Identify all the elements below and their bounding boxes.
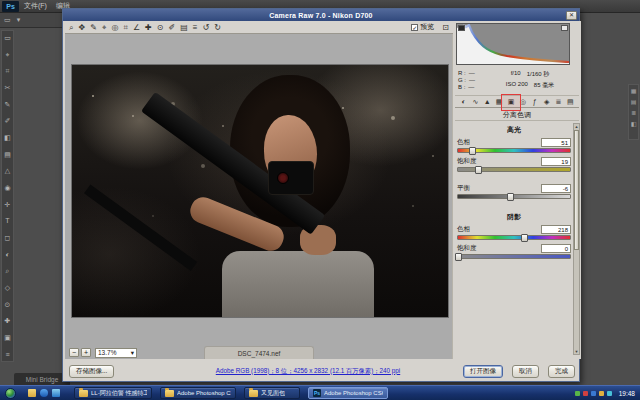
done-button[interactable]: 完成 [548, 365, 575, 378]
cancel-button[interactable]: 取消 [512, 365, 539, 378]
zoom-tool-icon[interactable]: ⌕ [69, 23, 73, 32]
taskbar-button-folder-3[interactable]: 又见面包 [244, 387, 300, 399]
rotate-right-icon[interactable]: ↻ [214, 23, 221, 32]
toolbox-blur-icon[interactable]: ✛ [5, 201, 11, 208]
dialog-titlebar[interactable]: Camera Raw 7.0 - Nikon D700 ✕ [63, 9, 579, 21]
toolbox-lasso-icon[interactable]: ⌗ [6, 67, 10, 74]
shadow-clipping-warning-icon[interactable] [458, 25, 465, 31]
close-icon[interactable]: ✕ [566, 11, 577, 20]
scrollbar-thumb[interactable] [574, 130, 579, 250]
shadows-hue-track[interactable] [457, 235, 571, 240]
tray-icon-red[interactable] [583, 391, 588, 396]
preview-checkbox[interactable]: ✓ 预览 [411, 22, 434, 32]
balance-field[interactable]: -6 [541, 184, 571, 193]
quick-launch-icon-3[interactable] [52, 389, 60, 397]
highlights-saturation-thumb[interactable] [475, 166, 482, 174]
taskbar-clock[interactable]: 19:48 [619, 390, 635, 397]
straighten-tool-icon[interactable]: ∠ [133, 23, 140, 32]
tool-preset-dropdown-icon[interactable]: ▾ [17, 16, 21, 24]
toolbox-clone-icon[interactable]: ◧ [4, 134, 11, 141]
toolbox-heal-icon[interactable]: ✚ [5, 317, 11, 324]
white-balance-tool-icon[interactable]: ✎ [90, 23, 97, 32]
menu-file[interactable]: 文件(F) [24, 1, 47, 11]
toolbox-color-icon[interactable]: ≡ [5, 351, 9, 358]
toolbox-gradient-icon[interactable]: ◉ [4, 184, 10, 191]
toolbox-history-icon[interactable]: ▤ [4, 151, 11, 158]
hand-tool-icon[interactable]: ✥ [78, 23, 85, 32]
scroll-down-icon[interactable]: ▼ [574, 349, 579, 354]
quick-launch-icon-2[interactable] [40, 389, 48, 397]
highlights-hue-field[interactable]: 51 [541, 138, 571, 147]
highlight-clipping-warning-icon[interactable] [561, 25, 568, 31]
tab-effects-icon[interactable]: ƒ [529, 98, 540, 105]
color-sampler-tool-icon[interactable]: ⌖ [102, 23, 107, 32]
shadows-saturation-label: 饱和度 [457, 244, 477, 253]
fullscreen-toggle-icon[interactable]: ⊡ [442, 23, 449, 32]
tray-icon-blue[interactable] [591, 391, 596, 396]
toolbox-shape-icon[interactable]: ◻ [5, 234, 11, 241]
workflow-options-link[interactable]: Adobe RGB (1998)；8 位；4256 x 2832 (12.1 百… [143, 367, 473, 376]
rotate-left-icon[interactable]: ↺ [202, 23, 209, 32]
photo-preview[interactable] [71, 64, 449, 318]
tab-snapshots-icon[interactable]: ▤ [565, 98, 576, 106]
zoom-in-button[interactable]: + [81, 348, 91, 357]
scroll-up-icon[interactable]: ▲ [574, 124, 579, 129]
tab-basic-icon[interactable]: ◐ [458, 98, 469, 105]
shadows-hue-field[interactable]: 218 [541, 225, 571, 234]
graduated-filter-tool-icon[interactable]: ▤ [180, 23, 188, 32]
balance-thumb[interactable] [507, 193, 514, 201]
chevron-down-icon: ▾ [131, 349, 134, 357]
dock-panel-icon-2[interactable]: ▤ [631, 99, 637, 106]
quick-launch-icon-1[interactable] [28, 389, 36, 397]
toolbox-eyedropper-icon[interactable]: ✎ [5, 101, 11, 108]
shadows-saturation-track[interactable] [457, 254, 571, 259]
taskbar-button-photoshop-active[interactable]: Ps Adobe Photoshop CS6 [308, 387, 388, 399]
adjustment-brush-tool-icon[interactable]: ✐ [168, 23, 175, 32]
tab-camera-calibration-icon[interactable]: ◈ [541, 98, 552, 106]
taskbar-button-folder-1[interactable]: LL-阿拉伯警 性感特工 [74, 387, 152, 399]
toolbox-dodge-icon[interactable]: ◐ [5, 251, 9, 258]
shadows-saturation-field[interactable]: 0 [541, 244, 571, 253]
panel-scrollbar[interactable]: ▲ ▼ [573, 123, 580, 355]
shadows-hue-thumb[interactable] [521, 234, 528, 242]
tray-icon-yellow[interactable] [599, 391, 604, 396]
tab-tone-curve-icon[interactable]: ∿ [470, 98, 481, 106]
crop-tool-icon[interactable]: ⌗ [123, 23, 128, 32]
toolbox-zoom-icon[interactable]: ⌕ [6, 267, 10, 274]
highlights-saturation-field[interactable]: 19 [541, 157, 571, 166]
preferences-icon[interactable]: ≡ [193, 23, 198, 32]
dock-panel-icon-4[interactable]: ◧ [631, 121, 637, 128]
toolbox-brush-icon[interactable]: ✐ [5, 117, 11, 124]
highlights-saturation-track[interactable] [457, 167, 571, 172]
tab-presets-icon[interactable]: ≣ [553, 98, 564, 106]
shadows-saturation-thumb[interactable] [455, 253, 462, 261]
balance-track[interactable] [457, 194, 571, 199]
marquee-tool-icon[interactable]: ▭ [4, 16, 11, 24]
shadows-heading: 阴影 [457, 212, 571, 222]
toolbox-type-icon[interactable]: T [5, 217, 9, 224]
tray-icon-cyan[interactable] [607, 391, 612, 396]
spot-removal-tool-icon[interactable]: ✚ [145, 23, 152, 32]
checkbox-check-icon[interactable]: ✓ [411, 24, 418, 31]
targeted-adjustment-tool-icon[interactable]: ◎ [111, 23, 118, 32]
toolbox-crop-icon[interactable]: ✂ [5, 84, 11, 91]
photo-scope-lens [277, 172, 289, 184]
toolbox-path-icon[interactable]: ▣ [4, 334, 11, 341]
zoom-level-select[interactable]: 13.7% ▾ [95, 348, 137, 358]
start-button[interactable] [5, 388, 16, 399]
toolbox-eraser-icon[interactable]: △ [5, 167, 10, 174]
highlights-hue-track[interactable] [457, 148, 571, 153]
toolbox-marquee-icon[interactable]: ▭ [4, 34, 11, 41]
taskbar-button-folder-2[interactable]: Adobe Photoshop CS6 [160, 387, 236, 399]
tab-detail-icon[interactable]: ▲ [482, 98, 493, 105]
toolbox-move-icon[interactable]: ⌖ [6, 51, 10, 58]
zoom-out-button[interactable]: − [69, 348, 79, 357]
red-eye-tool-icon[interactable]: ⊙ [157, 23, 164, 32]
dock-panel-icon-1[interactable]: ▦ [631, 88, 637, 95]
toolbox-hand-icon[interactable]: ⊙ [5, 301, 11, 308]
dock-panel-icon-3[interactable]: ≣ [631, 110, 636, 117]
highlights-hue-thumb[interactable] [469, 147, 476, 155]
save-image-button[interactable]: 存储图像... [69, 365, 114, 378]
toolbox-pen-icon[interactable]: ◇ [5, 284, 10, 291]
tray-antivirus-icon[interactable] [575, 391, 580, 396]
